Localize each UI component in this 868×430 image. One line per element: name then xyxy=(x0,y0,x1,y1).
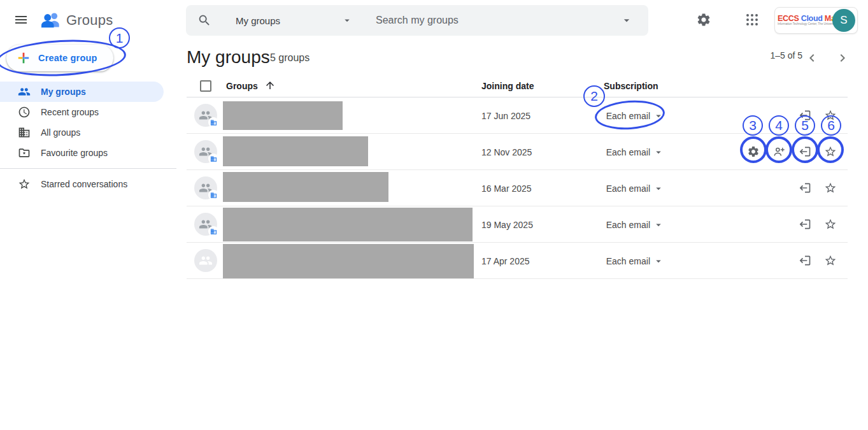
subscription-dropdown[interactable]: Each email xyxy=(575,110,671,122)
star-icon[interactable] xyxy=(824,254,837,267)
create-group-button[interactable]: Create group xyxy=(6,45,113,71)
table-row[interactable]: 17 Jun 2025 Each email xyxy=(187,97,848,134)
table-row[interactable]: 16 Mar 2025 Each email xyxy=(187,170,848,206)
add-member-icon[interactable] xyxy=(772,145,785,158)
plus-icon xyxy=(17,51,31,65)
table-row[interactable]: 19 May 2025 Each email xyxy=(187,206,848,243)
eccs-subtitle: Information Technology Center, The Unive… xyxy=(778,23,831,26)
joining-date: 17 Jun 2025 xyxy=(481,111,530,121)
organization-badge-icon xyxy=(208,117,218,127)
advanced-search-chevron-icon[interactable] xyxy=(620,14,633,27)
redacted-group-name xyxy=(223,208,473,241)
column-header-groups[interactable]: Groups xyxy=(226,81,258,91)
subscription-dropdown[interactable]: Each email xyxy=(575,183,671,194)
table-row[interactable]: 17 Apr 2025 Each email xyxy=(187,243,848,279)
apps-grid-icon[interactable] xyxy=(744,12,760,27)
chevron-down-icon xyxy=(653,110,664,122)
redacted-group-name xyxy=(223,172,388,202)
search-scope-label: My groups xyxy=(236,15,280,26)
subscription-dropdown[interactable]: Each email xyxy=(575,147,671,158)
table-row[interactable]: 12 Nov 2025 Each email xyxy=(187,134,848,170)
redacted-group-name xyxy=(223,101,343,130)
chevron-down-icon xyxy=(653,183,664,194)
folder-star-icon xyxy=(18,147,31,159)
settings-icon[interactable] xyxy=(696,12,711,27)
groups-logo[interactable]: Groups xyxy=(39,8,113,32)
subscription-dropdown[interactable]: Each email xyxy=(575,255,671,267)
redacted-group-name xyxy=(223,244,474,278)
joining-date: 16 Mar 2025 xyxy=(481,183,532,194)
page-previous-icon[interactable] xyxy=(804,50,820,66)
sidebar-item-starred-conversations[interactable]: Starred conversations xyxy=(0,174,164,194)
sidebar-item-my-groups[interactable]: My groups xyxy=(0,82,164,102)
subscription-value: Each email xyxy=(575,256,650,266)
avatar[interactable]: S xyxy=(832,9,855,32)
groups-logo-icon xyxy=(39,9,62,32)
star-icon[interactable] xyxy=(824,218,837,231)
sidebar-item-recent-groups[interactable]: Recent groups xyxy=(0,102,164,122)
redacted-group-name xyxy=(223,136,368,166)
group-avatar xyxy=(194,249,217,272)
subscription-value: Each email xyxy=(575,147,650,157)
top-bar: Groups My groups ECCS Cloud Mail Informa… xyxy=(0,0,868,41)
eccs-word: ECCS xyxy=(778,14,799,23)
sidebar-item-all-groups[interactable]: All groups xyxy=(0,122,164,143)
sidebar-item-label: Recent groups xyxy=(41,107,99,117)
leave-group-icon[interactable] xyxy=(799,109,811,122)
leave-group-icon[interactable] xyxy=(799,254,811,267)
organization-badge-icon xyxy=(208,226,218,236)
star-icon[interactable] xyxy=(824,182,837,194)
chevron-down-icon xyxy=(653,147,664,158)
joining-date: 19 May 2025 xyxy=(481,220,533,230)
subscription-value: Each email xyxy=(575,111,650,121)
domain-icon xyxy=(18,126,31,139)
eccs-cloud-mail-logo: ECCS Cloud Mail Information Technology C… xyxy=(775,15,831,26)
table-header: Groups Joining date Subscription xyxy=(187,75,848,97)
clock-icon xyxy=(18,106,31,118)
page-next-icon[interactable] xyxy=(835,50,850,66)
group-avatar xyxy=(194,140,217,163)
people-icon xyxy=(199,254,213,268)
account-widget[interactable]: ECCS Cloud Mail Information Technology C… xyxy=(774,7,858,34)
page-title: My groups xyxy=(187,47,270,68)
group-settings-icon[interactable] xyxy=(747,145,760,158)
pagination-label: 1–5 of 5 xyxy=(732,50,802,61)
sidebar-item-label: Favourite groups xyxy=(41,148,108,158)
subscription-dropdown[interactable]: Each email xyxy=(575,219,671,231)
joining-date: 12 Nov 2025 xyxy=(481,147,532,157)
sidebar-item-label: My groups xyxy=(41,87,86,97)
group-avatar xyxy=(194,213,217,236)
sidebar-item-favourite-groups[interactable]: Favourite groups xyxy=(0,143,164,163)
groups-logo-text: Groups xyxy=(66,12,113,29)
organization-badge-icon xyxy=(208,154,218,164)
chevron-down-icon xyxy=(653,255,664,267)
create-group-label: Create group xyxy=(38,53,97,63)
group-avatar xyxy=(194,104,217,127)
star-icon[interactable] xyxy=(824,145,837,158)
search-bar: My groups xyxy=(186,5,648,36)
menu-icon[interactable] xyxy=(13,12,29,27)
cloud-word: Cloud xyxy=(801,14,823,23)
joining-date: 17 Apr 2025 xyxy=(481,256,530,266)
group-avatar xyxy=(194,176,217,199)
star-icon[interactable] xyxy=(824,109,837,122)
people-icon xyxy=(18,85,31,98)
group-count: 5 groups xyxy=(270,52,309,64)
column-header-subscription: Subscription xyxy=(604,81,658,91)
subscription-value: Each email xyxy=(575,183,650,194)
leave-group-icon[interactable] xyxy=(799,145,811,158)
column-header-joining-date: Joining date xyxy=(481,81,534,91)
star-icon xyxy=(18,178,31,190)
search-scope-dropdown[interactable]: My groups xyxy=(236,15,363,26)
select-all-checkbox[interactable] xyxy=(200,80,211,92)
search-input[interactable] xyxy=(363,15,620,26)
chevron-down-icon xyxy=(341,15,353,26)
subscription-value: Each email xyxy=(575,220,650,230)
leave-group-icon[interactable] xyxy=(799,218,811,231)
sidebar-divider xyxy=(0,168,176,169)
search-icon[interactable] xyxy=(197,13,211,27)
sort-ascending-icon[interactable] xyxy=(264,80,276,91)
sidebar-item-label: Starred conversations xyxy=(41,179,127,189)
chevron-down-icon xyxy=(653,219,664,231)
leave-group-icon[interactable] xyxy=(799,182,811,194)
